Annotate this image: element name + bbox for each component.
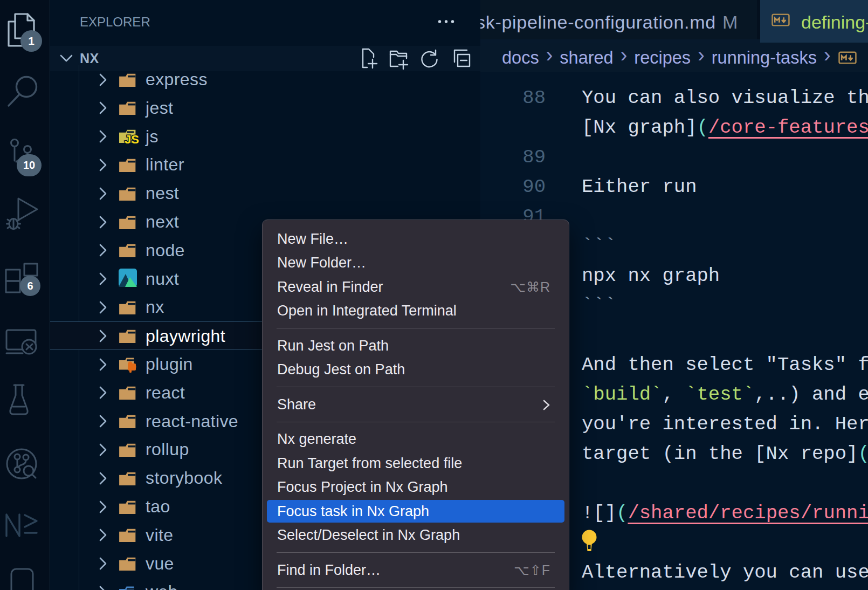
svg-text:JS: JS [125,133,139,146]
